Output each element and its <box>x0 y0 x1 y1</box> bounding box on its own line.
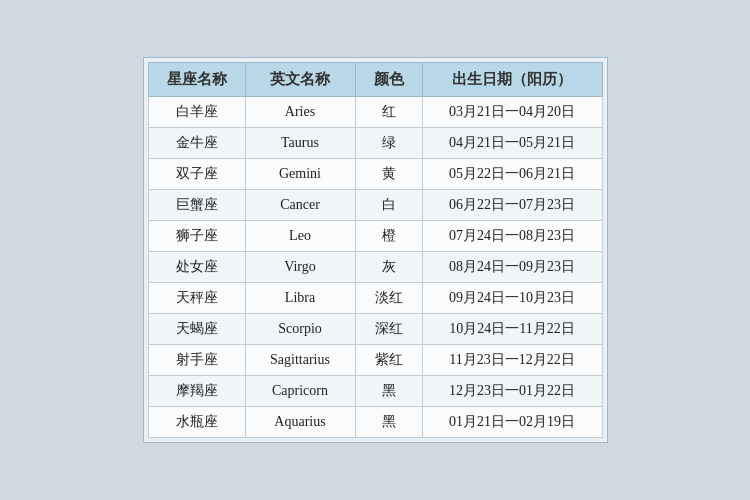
header-color: 颜色 <box>355 63 422 97</box>
table-row: 摩羯座Capricorn黑12月23日一01月22日 <box>148 376 602 407</box>
cell-color: 深红 <box>355 314 422 345</box>
cell-english: Sagittarius <box>245 345 355 376</box>
cell-chinese: 白羊座 <box>148 97 245 128</box>
cell-date: 07月24日一08月23日 <box>422 221 602 252</box>
cell-english: Cancer <box>245 190 355 221</box>
cell-color: 黑 <box>355 376 422 407</box>
table-row: 射手座Sagittarius紫红11月23日一12月22日 <box>148 345 602 376</box>
cell-chinese: 巨蟹座 <box>148 190 245 221</box>
table-row: 双子座Gemini黄05月22日一06月21日 <box>148 159 602 190</box>
header-date: 出生日期（阳历） <box>422 63 602 97</box>
table-row: 水瓶座Aquarius黑01月21日一02月19日 <box>148 407 602 438</box>
cell-date: 03月21日一04月20日 <box>422 97 602 128</box>
cell-color: 橙 <box>355 221 422 252</box>
cell-date: 05月22日一06月21日 <box>422 159 602 190</box>
cell-english: Capricorn <box>245 376 355 407</box>
table-row: 金牛座Taurus绿04月21日一05月21日 <box>148 128 602 159</box>
cell-english: Leo <box>245 221 355 252</box>
table-row: 白羊座Aries红03月21日一04月20日 <box>148 97 602 128</box>
table-row: 巨蟹座Cancer白06月22日一07月23日 <box>148 190 602 221</box>
cell-chinese: 天秤座 <box>148 283 245 314</box>
cell-chinese: 水瓶座 <box>148 407 245 438</box>
table-row: 天蝎座Scorpio深红10月24日一11月22日 <box>148 314 602 345</box>
cell-color: 黄 <box>355 159 422 190</box>
cell-chinese: 射手座 <box>148 345 245 376</box>
zodiac-table-container: 星座名称 英文名称 颜色 出生日期（阳历） 白羊座Aries红03月21日一04… <box>143 57 608 443</box>
cell-english: Aries <box>245 97 355 128</box>
cell-date: 04月21日一05月21日 <box>422 128 602 159</box>
cell-color: 紫红 <box>355 345 422 376</box>
cell-date: 12月23日一01月22日 <box>422 376 602 407</box>
table-header-row: 星座名称 英文名称 颜色 出生日期（阳历） <box>148 63 602 97</box>
cell-color: 灰 <box>355 252 422 283</box>
cell-english: Virgo <box>245 252 355 283</box>
table-row: 天秤座Libra淡红09月24日一10月23日 <box>148 283 602 314</box>
cell-date: 06月22日一07月23日 <box>422 190 602 221</box>
cell-english: Gemini <box>245 159 355 190</box>
cell-english: Aquarius <box>245 407 355 438</box>
cell-chinese: 处女座 <box>148 252 245 283</box>
cell-chinese: 金牛座 <box>148 128 245 159</box>
cell-color: 黑 <box>355 407 422 438</box>
cell-english: Libra <box>245 283 355 314</box>
cell-chinese: 天蝎座 <box>148 314 245 345</box>
cell-date: 01月21日一02月19日 <box>422 407 602 438</box>
cell-color: 淡红 <box>355 283 422 314</box>
cell-date: 10月24日一11月22日 <box>422 314 602 345</box>
cell-date: 11月23日一12月22日 <box>422 345 602 376</box>
cell-date: 08月24日一09月23日 <box>422 252 602 283</box>
cell-english: Scorpio <box>245 314 355 345</box>
cell-color: 红 <box>355 97 422 128</box>
cell-color: 绿 <box>355 128 422 159</box>
zodiac-table: 星座名称 英文名称 颜色 出生日期（阳历） 白羊座Aries红03月21日一04… <box>148 62 603 438</box>
table-row: 狮子座Leo橙07月24日一08月23日 <box>148 221 602 252</box>
cell-chinese: 双子座 <box>148 159 245 190</box>
cell-english: Taurus <box>245 128 355 159</box>
cell-chinese: 狮子座 <box>148 221 245 252</box>
cell-date: 09月24日一10月23日 <box>422 283 602 314</box>
header-english: 英文名称 <box>245 63 355 97</box>
table-row: 处女座Virgo灰08月24日一09月23日 <box>148 252 602 283</box>
header-chinese: 星座名称 <box>148 63 245 97</box>
cell-color: 白 <box>355 190 422 221</box>
cell-chinese: 摩羯座 <box>148 376 245 407</box>
